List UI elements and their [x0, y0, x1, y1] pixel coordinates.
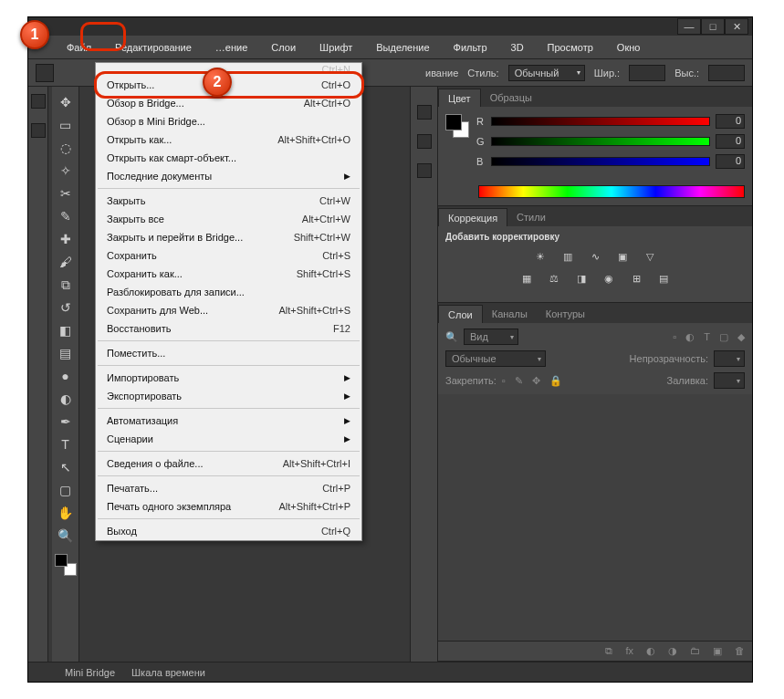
- menu-item[interactable]: Поместить...: [96, 344, 361, 362]
- panel-swatch[interactable]: [445, 114, 469, 138]
- filter-icons[interactable]: ▫◐T▢◆: [673, 331, 745, 343]
- adj-layer-icon[interactable]: ◑: [668, 645, 677, 657]
- history-brush-icon[interactable]: ↺: [55, 297, 77, 318]
- current-tool-icon[interactable]: [36, 64, 54, 82]
- panel-icon-1[interactable]: [417, 105, 432, 120]
- menu-item[interactable]: ВыходCtrl+Q: [96, 522, 361, 540]
- path-tool-icon[interactable]: ↖: [55, 457, 77, 477]
- lasso-tool-icon[interactable]: ◌: [55, 138, 77, 158]
- menu-item[interactable]: Сведения о файле...Alt+Shift+Ctrl+I: [96, 454, 361, 473]
- opacity-input[interactable]: [714, 350, 745, 367]
- new-layer-icon[interactable]: ▣: [713, 645, 722, 657]
- style-select[interactable]: Обычный: [508, 65, 585, 81]
- group-icon[interactable]: 🗀: [690, 645, 700, 657]
- lock-icons[interactable]: ▫✎✥🔒: [502, 375, 562, 387]
- menu-item[interactable]: Разблокировать для записи...: [96, 283, 361, 301]
- lookup-icon[interactable]: ▤: [655, 271, 672, 286]
- panel-icon-2[interactable]: [417, 134, 432, 149]
- brush-tool-icon[interactable]: 🖌: [55, 252, 77, 272]
- pen-tool-icon[interactable]: ✒: [55, 412, 77, 432]
- menu-filter[interactable]: Фильтр: [448, 38, 493, 57]
- move-tool-icon[interactable]: ✥: [55, 92, 77, 112]
- menu-type[interactable]: Шрифт: [314, 38, 358, 57]
- menu-window[interactable]: Окно: [612, 38, 646, 57]
- fx-icon[interactable]: fx: [625, 645, 633, 657]
- minimize-button[interactable]: —: [677, 18, 701, 35]
- menu-item[interactable]: ЗакрытьCtrl+W: [96, 192, 361, 210]
- vibrance-icon[interactable]: ▽: [642, 249, 658, 264]
- b-value[interactable]: 0: [716, 154, 745, 169]
- color-swatch[interactable]: [55, 554, 77, 576]
- menu-item[interactable]: Печать одного экземпляраAlt+Shift+Ctrl+P: [96, 497, 361, 516]
- status-tab-minibridge[interactable]: Mini Bridge: [65, 667, 115, 678]
- menu-item[interactable]: Закрыть и перейти в Bridge...Shift+Ctrl+…: [96, 228, 361, 246]
- r-value[interactable]: 0: [716, 114, 745, 129]
- type-tool-icon[interactable]: T: [55, 434, 77, 454]
- menu-item[interactable]: Сохранить как...Shift+Ctrl+S: [96, 265, 361, 283]
- eraser-tool-icon[interactable]: ◧: [55, 320, 77, 340]
- tab-layers[interactable]: Слои: [438, 305, 483, 323]
- brightness-icon[interactable]: ☀: [532, 249, 549, 264]
- tab-swatches[interactable]: Образцы: [481, 89, 541, 107]
- close-button[interactable]: ✕: [725, 18, 748, 35]
- menu-item[interactable]: Автоматизация▶: [96, 412, 361, 430]
- menu-item[interactable]: Открыть как смарт-объект...: [96, 149, 361, 167]
- shape-tool-icon[interactable]: ▢: [55, 480, 77, 500]
- balance-icon[interactable]: ⚖: [546, 271, 562, 286]
- tab-channels[interactable]: Каналы: [483, 305, 537, 323]
- menu-view[interactable]: Просмотр: [542, 38, 599, 57]
- crop-tool-icon[interactable]: ✂: [55, 183, 77, 203]
- menu-item[interactable]: Экспортировать▶: [96, 387, 361, 405]
- link-icon[interactable]: ⧉: [605, 645, 612, 657]
- menu-item[interactable]: Закрыть всеAlt+Ctrl+W: [96, 210, 361, 228]
- hand-tool-icon[interactable]: ✋: [55, 503, 77, 523]
- levels-icon[interactable]: ▥: [559, 249, 576, 264]
- width-input[interactable]: [629, 65, 665, 81]
- menu-item[interactable]: Импортировать▶: [96, 369, 361, 387]
- height-input[interactable]: [708, 65, 745, 81]
- maximize-button[interactable]: □: [701, 18, 725, 35]
- menu-item[interactable]: Обзор в Mini Bridge...: [96, 112, 361, 130]
- eyedropper-tool-icon[interactable]: ✎: [55, 206, 77, 226]
- mask-icon[interactable]: ◐: [646, 645, 655, 657]
- tab-color[interactable]: Цвет: [438, 89, 481, 107]
- wand-tool-icon[interactable]: ✧: [55, 161, 77, 181]
- panel-icon-3[interactable]: [417, 163, 432, 178]
- hue-icon[interactable]: ▦: [518, 271, 535, 286]
- menu-item[interactable]: ВосстановитьF12: [96, 319, 361, 338]
- menu-item[interactable]: СохранитьCtrl+S: [96, 246, 361, 265]
- tab-styles[interactable]: Стили: [507, 208, 555, 226]
- blend-select[interactable]: Обычные: [445, 350, 546, 367]
- menu-item[interactable]: Открыть как...Alt+Shift+Ctrl+O: [96, 130, 361, 149]
- r-slider[interactable]: [491, 117, 710, 126]
- heal-tool-icon[interactable]: ✚: [55, 229, 77, 249]
- kind-select[interactable]: Вид: [464, 329, 518, 345]
- menu-layer[interactable]: Слои: [266, 38, 301, 57]
- marquee-tool-icon[interactable]: ▭: [55, 115, 77, 135]
- fill-input[interactable]: [714, 372, 745, 389]
- g-slider[interactable]: [491, 137, 710, 146]
- menu-item[interactable]: Последние документы▶: [96, 167, 361, 185]
- mixer-icon[interactable]: ⊞: [628, 271, 644, 286]
- menu-3d[interactable]: 3D: [506, 38, 529, 57]
- photo-icon[interactable]: ◉: [601, 271, 617, 286]
- b-slider[interactable]: [491, 157, 710, 166]
- menu-item[interactable]: Печатать...Ctrl+P: [96, 479, 361, 497]
- menu-item[interactable]: Сценарии▶: [96, 430, 361, 448]
- menu-image[interactable]: …ение: [210, 38, 253, 57]
- tab-paths[interactable]: Контуры: [537, 305, 594, 323]
- stamp-tool-icon[interactable]: ⧉: [55, 275, 77, 295]
- status-tab-timeline[interactable]: Шкала времени: [131, 667, 205, 678]
- gradient-tool-icon[interactable]: ▤: [55, 343, 77, 363]
- dodge-tool-icon[interactable]: ◐: [55, 389, 77, 409]
- tab-adjustments[interactable]: Коррекция: [438, 208, 507, 226]
- trash-icon[interactable]: 🗑: [735, 645, 745, 657]
- props-icon[interactable]: [31, 123, 46, 138]
- exposure-icon[interactable]: ▣: [614, 249, 631, 264]
- spectrum-bar[interactable]: [478, 185, 745, 198]
- curves-icon[interactable]: ∿: [587, 249, 603, 264]
- menu-select[interactable]: Выделение: [371, 38, 434, 57]
- blur-tool-icon[interactable]: ●: [55, 366, 77, 386]
- g-value[interactable]: 0: [716, 134, 745, 149]
- menu-item[interactable]: Сохранить для Web...Alt+Shift+Ctrl+S: [96, 301, 361, 319]
